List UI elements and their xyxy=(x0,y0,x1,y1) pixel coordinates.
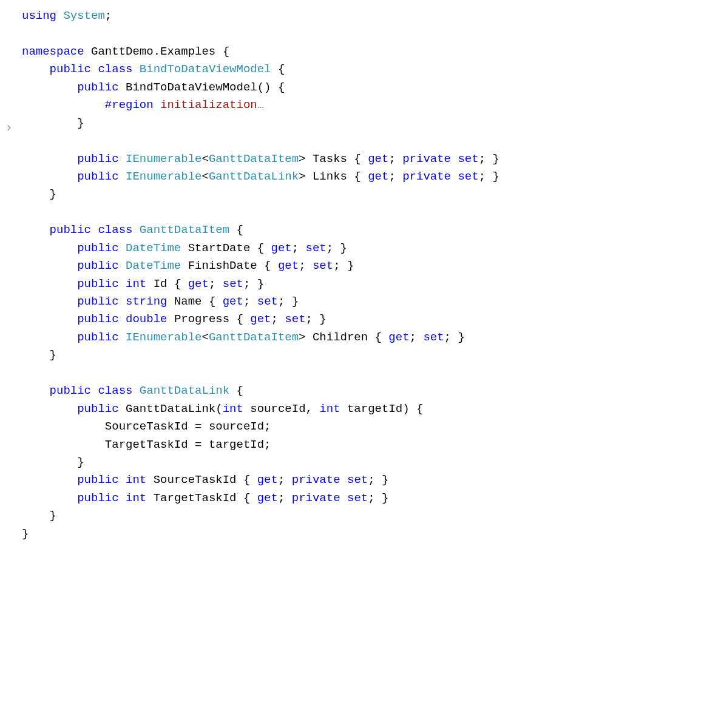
kw-get: get xyxy=(188,277,209,291)
kw-private: private xyxy=(402,170,451,183)
id-sourceid: sourceId xyxy=(209,420,264,433)
type-ienumerable: IEnumerable xyxy=(126,170,201,183)
kw-public: public xyxy=(50,384,91,397)
type-ganttdataitem: GanttDataItem xyxy=(209,331,299,344)
kw-set: set xyxy=(257,295,278,308)
kw-set: set xyxy=(223,277,243,291)
kw-get: get xyxy=(250,312,271,326)
kw-class: class xyxy=(98,384,132,397)
kw-public: public xyxy=(77,331,118,344)
kw-set: set xyxy=(347,491,368,505)
id-sourcetaskid: SourceTaskId xyxy=(105,420,188,433)
breakpoint-marker-icon[interactable]: › xyxy=(5,118,13,139)
type-ienumerable: IEnumerable xyxy=(126,331,201,344)
id-targettaskid: TargetTaskId xyxy=(154,491,237,505)
kw-get: get xyxy=(271,241,292,255)
type-ienumerable: IEnumerable xyxy=(126,152,201,166)
kw-public: public xyxy=(77,259,118,272)
id-targettaskid: TargetTaskId xyxy=(105,438,188,451)
kw-public: public xyxy=(77,152,118,166)
type-datetime: DateTime xyxy=(126,259,181,272)
kw-set: set xyxy=(313,259,333,272)
kw-private: private xyxy=(292,473,340,487)
kw-set: set xyxy=(306,241,327,255)
type-ganttdatalink: GanttDataLink xyxy=(140,384,229,397)
kw-public: public xyxy=(50,62,91,76)
kw-set: set xyxy=(458,170,478,183)
kw-get: get xyxy=(368,170,388,183)
id-targetid: targetId xyxy=(209,438,264,451)
kw-public: public xyxy=(77,473,118,487)
code-block[interactable]: using System; namespace GanttDemo.Exampl… xyxy=(22,7,499,543)
kw-get: get xyxy=(223,295,243,308)
kw-class: class xyxy=(98,223,132,237)
type-bindtodataviewmodel: BindToDataViewModel xyxy=(140,62,271,76)
id-targetid: targetId xyxy=(347,402,402,416)
kw-int: int xyxy=(223,402,243,416)
collapsed-ellipsis-icon[interactable]: … xyxy=(257,98,264,112)
type-datetime: DateTime xyxy=(126,241,181,255)
kw-public: public xyxy=(77,312,118,326)
id-finishdate: FinishDate xyxy=(188,259,257,272)
id-sourcetaskid: SourceTaskId xyxy=(154,473,237,487)
id-progress: Progress xyxy=(174,312,229,326)
kw-public: public xyxy=(77,170,118,183)
code-editor: › using System; namespace GanttDemo.Exam… xyxy=(0,0,704,561)
region-name[interactable]: initialization xyxy=(160,98,257,112)
kw-get: get xyxy=(257,473,278,487)
id-ctor-ganttdatalink: GanttDataLink xyxy=(126,402,215,416)
type-ganttdataitem: GanttDataItem xyxy=(209,152,299,166)
kw-get: get xyxy=(368,152,388,166)
kw-int: int xyxy=(126,473,146,487)
kw-public: public xyxy=(50,223,91,237)
kw-set: set xyxy=(347,473,368,487)
kw-set: set xyxy=(458,152,478,166)
kw-string: string xyxy=(126,295,167,308)
kw-get: get xyxy=(257,491,278,505)
kw-public: public xyxy=(77,241,118,255)
kw-get: get xyxy=(278,259,299,272)
kw-class: class xyxy=(98,62,132,76)
kw-private: private xyxy=(402,152,451,166)
kw-int: int xyxy=(319,402,340,416)
id-tasks: Tasks xyxy=(313,152,347,166)
kw-public: public xyxy=(77,295,118,308)
type-ganttdatalink: GanttDataLink xyxy=(209,170,299,183)
kw-public: public xyxy=(77,491,118,505)
id-namespace: GanttDemo.Examples xyxy=(91,45,215,58)
kw-using: using xyxy=(22,9,56,22)
kw-namespace: namespace xyxy=(22,45,84,58)
kw-public: public xyxy=(77,277,118,291)
kw-get: get xyxy=(388,331,409,344)
region-directive[interactable]: #region xyxy=(105,98,154,112)
kw-public: public xyxy=(77,81,118,94)
id-name: Name xyxy=(174,295,202,308)
kw-int: int xyxy=(126,491,146,505)
id-children: Children xyxy=(313,331,368,344)
kw-private: private xyxy=(292,491,340,505)
type-ganttdataitem: GanttDataItem xyxy=(140,223,229,237)
id-links: Links xyxy=(313,170,347,183)
id-ctor-bindtodataviewmodel: BindToDataViewModel xyxy=(126,81,257,94)
id-id: Id xyxy=(154,277,168,291)
kw-int: int xyxy=(126,277,146,291)
kw-set: set xyxy=(285,312,305,326)
id-startdate: StartDate xyxy=(188,241,251,255)
kw-double: double xyxy=(126,312,167,326)
kw-public: public xyxy=(77,402,118,416)
kw-set: set xyxy=(423,331,444,344)
id-sourceid: sourceId xyxy=(250,402,305,416)
type-system: System xyxy=(63,9,104,22)
editor-gutter: › xyxy=(0,7,22,543)
